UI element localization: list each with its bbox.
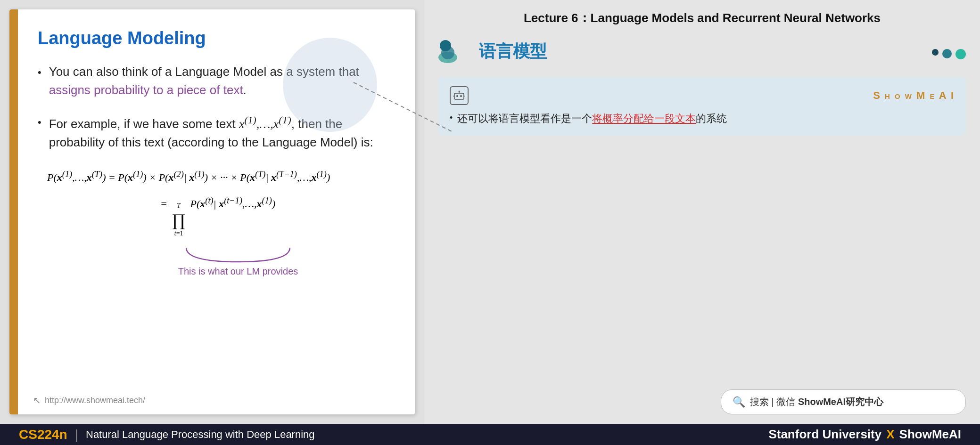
bottom-bar: CS224n | Natural Language Processing wit… <box>0 424 980 445</box>
chinese-title: 语言模型 <box>479 40 547 63</box>
spacer <box>438 143 966 382</box>
course-name: Natural Language Processing with Deep Le… <box>86 429 315 441</box>
ai-card-text: 还可以将语言模型看作是一个将概率分配给一段文本的系统 <box>457 111 727 126</box>
divider: | <box>75 427 78 442</box>
teal-dot-2 <box>942 49 952 58</box>
teal-dots <box>932 49 966 59</box>
slide-left-border <box>9 9 18 414</box>
lecture-title: Lecture 6：Language Models and Recurrent … <box>438 9 966 26</box>
showmeai-bottom: ShowMeAI <box>899 427 961 442</box>
svg-rect-3 <box>454 93 464 99</box>
brace-label: This is what our LM provides <box>178 266 298 277</box>
main-container: Language Modeling • You can also think o… <box>0 0 980 445</box>
svg-point-4 <box>456 95 458 97</box>
slide-footer: ↖ http://www.showmeai.tech/ <box>33 395 145 406</box>
chinese-section: 语言模型 <box>438 39 547 65</box>
cursor-icon: ↖ <box>33 395 41 406</box>
stanford-text: Stanford University <box>768 427 881 442</box>
brace-svg <box>181 245 295 264</box>
math-formulas: P(x(1),…,x(T)) = P(x(1)) × P(x(2)| x(1))… <box>47 165 391 241</box>
search-bar-wrapper: 🔍 搜索 | 微信 ShowMeAI研究中心 <box>438 389 966 414</box>
teal-dot-1 <box>932 49 939 56</box>
svg-point-5 <box>460 95 462 97</box>
svg-point-7 <box>459 91 460 92</box>
right-panel: Lecture 6：Language Models and Recurrent … <box>424 0 980 424</box>
formula-line-1: P(x(1),…,x(T)) = P(x(1)) × P(x(2)| x(1))… <box>47 165 391 189</box>
chinese-section-header: 语言模型 <box>438 39 966 69</box>
brace-annotation: This is what our LM provides <box>85 245 391 277</box>
svg-point-2 <box>440 40 451 51</box>
robot-icon <box>453 90 465 101</box>
slide-card: Language Modeling • You can also think o… <box>9 9 415 414</box>
circle-decoration <box>283 38 377 132</box>
search-icon: 🔍 <box>733 396 745 408</box>
ai-icon <box>450 86 469 105</box>
formula-line-2: = T ∏ t=1 P(x(t)| x(t−1),…,x(1)) <box>160 191 391 241</box>
x-separator: X <box>886 427 894 442</box>
bottom-right: Stanford University X ShowMeAI <box>768 427 961 442</box>
teal-dot-3 <box>955 49 966 59</box>
ai-card: S h o w M e A I • 还可以将语言模型看作是一个将概率分配给一段文… <box>438 77 966 136</box>
slide-panel: Language Modeling • You can also think o… <box>0 0 424 424</box>
cs224n-label: CS224n <box>19 427 67 442</box>
search-text: 搜索 | 微信 ShowMeAI研究中心 <box>750 396 883 408</box>
footer-url: http://www.showmeai.tech/ <box>45 396 145 405</box>
bottom-left: CS224n | Natural Language Processing wit… <box>19 427 315 442</box>
showmeai-label: S h o w M e A I <box>873 89 955 102</box>
bullet-dot-2: • <box>38 114 41 130</box>
bullet-dot-1: • <box>38 65 41 80</box>
mountain-icon <box>438 39 471 65</box>
ai-card-bullet: • 还可以将语言模型看作是一个将概率分配给一段文本的系统 <box>450 111 955 126</box>
ai-bullet-dot: • <box>450 112 453 124</box>
search-bar[interactable]: 🔍 搜索 | 微信 ShowMeAI研究中心 <box>721 389 966 414</box>
content-area: Language Modeling • You can also think o… <box>0 0 980 424</box>
ai-card-header: S h o w M e A I <box>450 86 955 105</box>
